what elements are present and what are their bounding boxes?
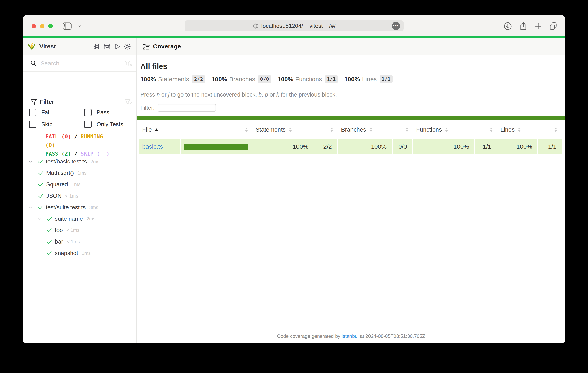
tab-overview-button[interactable]	[548, 21, 558, 31]
sort-icon	[369, 128, 372, 132]
chevron-down-icon[interactable]	[28, 205, 33, 210]
column-header-lines[interactable]: Lines	[497, 120, 538, 139]
checkbox-box	[29, 121, 36, 128]
tree-item-suite[interactable]: suite name2ms	[22, 213, 136, 225]
chevron-down-icon[interactable]	[28, 159, 33, 164]
stat-group-statements: 100%Statements2/2	[140, 75, 205, 83]
tree-item-test1[interactable]: Squared1ms	[22, 179, 136, 190]
checkbox-fail[interactable]: Fail	[29, 107, 51, 118]
coverage-value-cell: 100%	[338, 139, 393, 154]
traffic-close-button[interactable]	[32, 24, 36, 28]
page-settings-button[interactable]: •••	[392, 22, 400, 30]
test-duration: < 1ms	[65, 193, 78, 199]
pass-check-icon	[37, 158, 43, 165]
tree-indent-guide	[40, 236, 40, 248]
column-header-branches[interactable]: Branches	[338, 120, 393, 139]
sidebar-toggle-button[interactable]	[62, 21, 72, 31]
run-all-button[interactable]	[113, 42, 122, 51]
tree-item-text: snapshot1ms	[55, 248, 91, 259]
tree-indent-guide	[30, 167, 30, 179]
sort-ascending-icon	[155, 128, 158, 131]
downloads-button[interactable]	[503, 21, 513, 31]
column-header-sorter[interactable]	[181, 120, 252, 139]
test-name: test/suite.test.ts	[46, 204, 86, 211]
traffic-minimize-button[interactable]	[40, 24, 44, 28]
sort-icon	[245, 128, 248, 132]
dashboard-button[interactable]	[102, 42, 112, 51]
new-tab-button[interactable]	[533, 21, 543, 31]
column-header-statements[interactable]: Statements	[252, 120, 314, 139]
test-summary: FAIL (0) / RUNNING (0) PASS (2) / SKIP (…	[41, 135, 116, 155]
tree-item-text: test/basic.test.ts2ms	[46, 156, 99, 167]
stat-percentage: 100%	[344, 76, 360, 83]
column-header-sorter[interactable]	[538, 120, 562, 139]
pass-check-icon	[46, 250, 52, 256]
coverage-filter-input[interactable]	[158, 104, 216, 112]
pass-check-icon	[37, 204, 43, 210]
tree-item-test2[interactable]: foo< 1ms	[22, 225, 136, 236]
clear-filter-icon[interactable]	[124, 98, 132, 106]
toolbar-chevron-button[interactable]	[74, 21, 84, 31]
text-segment: p	[265, 91, 268, 98]
stat-fraction-badge: 1/1	[379, 75, 392, 83]
stat-fraction-badge: 2/2	[192, 75, 205, 83]
dashboard-icon	[104, 43, 110, 50]
tree-item-test1[interactable]: Math.sqrt()1ms	[22, 167, 136, 179]
pass-check-icon	[46, 227, 52, 233]
tree-item-test2[interactable]: snapshot1ms	[22, 248, 136, 259]
test-name: Math.sqrt()	[46, 170, 74, 176]
filter-section-header: Filter	[22, 96, 136, 107]
footer-link[interactable]: istanbul	[342, 333, 359, 339]
search-icon	[30, 60, 37, 67]
search-row	[22, 55, 136, 72]
tree-item-file[interactable]: test/basic.test.ts2ms	[22, 156, 136, 167]
clear-search-filter-icon[interactable]	[124, 59, 132, 67]
column-header-sorter[interactable]	[393, 120, 413, 139]
test-duration: 2ms	[91, 159, 99, 165]
coverage-value-cell: 1/1	[475, 139, 497, 154]
traffic-zoom-button[interactable]	[48, 24, 53, 28]
search-input[interactable]	[40, 58, 108, 69]
checkbox-skip[interactable]: Skip	[29, 119, 52, 130]
theme-toggle-button[interactable]	[123, 42, 132, 51]
page-title: Coverage	[153, 38, 181, 55]
tree-view-icon	[93, 43, 100, 50]
column-header-sorter[interactable]	[314, 120, 338, 139]
chevron-down-icon	[77, 23, 82, 29]
column-label: Statements	[255, 126, 286, 133]
text-segment: n	[157, 91, 160, 98]
pass-check-icon	[46, 239, 52, 245]
sort-icon	[406, 128, 408, 132]
coverage-navbar: Coverage	[137, 38, 566, 55]
stat-group-branches: 100%Branches0/0	[211, 75, 271, 83]
checkbox-only-tests[interactable]: Only Tests	[84, 119, 123, 130]
test-duration: 1ms	[82, 250, 91, 256]
stat-label: Branches	[229, 76, 255, 83]
coverage-table: FileStatementsBranchesFunctionsLines bas…	[139, 120, 562, 154]
tree-item-text: bar< 1ms	[55, 236, 80, 248]
tree-item-text: JSON< 1ms	[46, 190, 78, 202]
tree-item-text: Squared1ms	[46, 179, 80, 190]
tree-item-test1[interactable]: JSON< 1ms	[22, 190, 136, 202]
chevron-down-icon[interactable]	[37, 216, 42, 221]
column-header-sorter[interactable]	[475, 120, 497, 139]
column-header-file[interactable]: File	[139, 120, 181, 139]
tree-item-file[interactable]: test/suite.test.ts3ms	[22, 202, 136, 213]
file-link[interactable]: basic.ts	[142, 143, 163, 150]
column-header-functions[interactable]: Functions	[413, 120, 475, 139]
checkbox-pass[interactable]: Pass	[84, 107, 109, 118]
address-bar[interactable]: localhost:51204/__vitest__/#/ •••	[185, 21, 404, 31]
share-button[interactable]	[518, 21, 528, 31]
tree-view-button[interactable]	[92, 42, 101, 51]
stat-label: Lines	[362, 76, 377, 83]
coverage-value-cell: 0/0	[393, 139, 413, 154]
tree-indent-guide	[30, 179, 30, 190]
tree-item-test2[interactable]: bar< 1ms	[22, 236, 136, 248]
stat-fraction-badge: 0/0	[258, 75, 271, 83]
text-segment: ,	[262, 91, 265, 98]
app-title: Vitest	[39, 38, 56, 55]
coverage-table-row: basic.ts100%2/2100%0/0100%1/1100%1/1	[139, 139, 562, 154]
column-label: Lines	[500, 126, 514, 133]
coverage-value-cell: 100%	[413, 139, 475, 154]
test-duration: < 1ms	[66, 228, 79, 233]
